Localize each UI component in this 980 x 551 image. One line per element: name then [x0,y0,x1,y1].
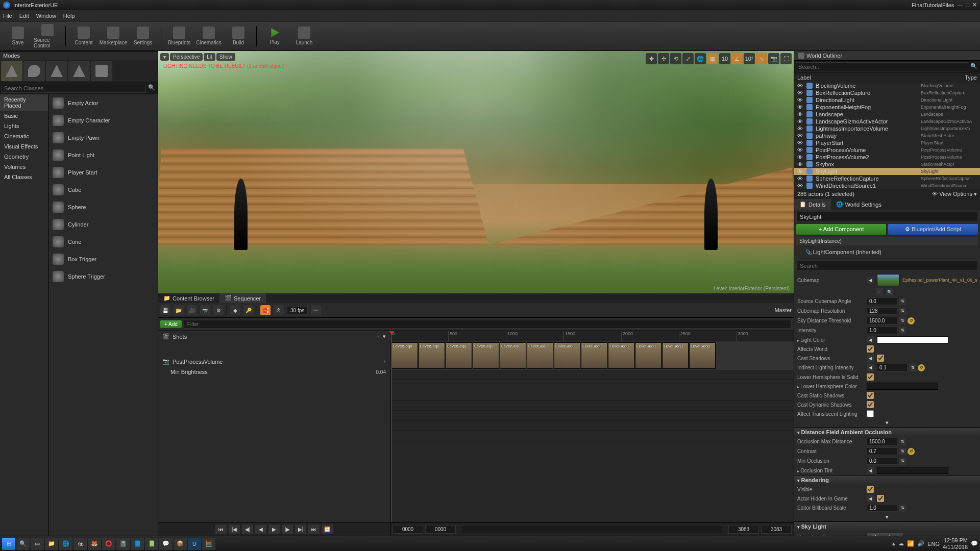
category-cinematic[interactable]: Cinematic [0,131,48,141]
ue4-editor-button[interactable]: U [188,538,201,550]
perspective-dropdown[interactable]: Perspective [170,53,203,61]
step-back-frame-button[interactable]: ◀| [242,524,253,534]
visibility-icon[interactable]: 👁 [797,154,803,160]
modes-tab-label[interactable]: Modes [0,51,158,60]
notifications-icon[interactable]: 💬 [971,540,978,547]
tray-up-icon[interactable]: ▴ [892,540,895,547]
outliner-row-postprocessvolume[interactable]: 👁PostProcessVolumePostProcessVolume [794,146,980,154]
placeable-empty-pawn[interactable]: Empty Pawn [48,129,158,146]
shots-track[interactable]: 🎬Shots+▾ [158,331,390,342]
view-options-button[interactable]: 👁 View Options ▾ [932,191,977,197]
save-button[interactable]: Save [4,23,32,49]
outliner-row-exponentialheightfog[interactable]: 👁ExponentialHeightFogExponentialHeightFo… [794,104,980,111]
cast-dynamic-checkbox[interactable] [867,401,874,408]
visible-checkbox[interactable] [867,486,874,493]
launch-button[interactable]: Launch [290,23,318,49]
source-control-button[interactable]: Source Control [34,23,61,49]
spinner[interactable]: ⇅ [899,317,906,324]
maximize-button[interactable]: □ [966,2,969,8]
onedrive-icon[interactable]: ☁ [898,540,904,547]
end-frame-1[interactable]: 3083 [728,525,759,534]
placeable-sphere-trigger[interactable]: Sphere Trigger [48,268,158,285]
blueprints-button[interactable]: Blueprints [165,23,193,49]
spinner[interactable]: ⇅ [899,505,906,512]
sequencer-tab[interactable]: 🎬Sequencer [219,293,266,303]
content-button[interactable]: Content [70,23,97,49]
camera-speed[interactable]: 📷 [768,53,779,64]
store-button[interactable]: 🛍 [74,538,87,550]
menu-file[interactable]: File [3,13,12,19]
outliner-row-spherereflectioncapture[interactable]: 👁SphereReflectionCaptureSphereReflection… [794,175,980,182]
add-track-button[interactable]: + Add [160,320,182,328]
menu-edit[interactable]: Edit [19,13,29,19]
category-basic[interactable]: Basic [0,111,48,121]
add-shot-button[interactable]: + [377,334,380,340]
camera-button[interactable]: 📷 [200,305,210,315]
outliner-row-boxreflectioncapture[interactable]: 👁BoxReflectionCaptureBoxReflectionCaptur… [794,89,980,96]
value-input[interactable] [867,317,897,324]
actor-name-input[interactable] [796,212,978,222]
affects-world-checkbox[interactable] [867,345,874,353]
expand-button[interactable]: ◀ [867,336,874,343]
menu-help[interactable]: Help [63,13,75,19]
placeable-empty-character[interactable]: Empty Character [48,112,158,129]
menu-window[interactable]: Window [36,13,56,19]
recapture-button[interactable]: Recapture [867,532,904,536]
visibility-icon[interactable]: 👁 [797,90,803,96]
use-selected-button[interactable]: ← [876,288,883,295]
value-input[interactable] [867,297,897,305]
category-all-classes[interactable]: All Classes [0,172,48,182]
value-input[interactable] [867,327,897,334]
visibility-icon[interactable]: 👁 [797,126,803,132]
type-column-header[interactable]: Type [965,74,977,81]
view-mode-dropdown[interactable]: Lit [204,53,215,61]
start-frame[interactable]: 0000 [393,525,423,534]
network-icon[interactable]: 📶 [907,540,914,547]
visibility-icon[interactable]: 👁 [797,97,803,103]
skype-button[interactable]: 💬 [159,538,173,550]
billboard-input[interactable] [867,504,897,512]
shots-filmstrip[interactable]: LevelSequLevelSequLevelSequLevelSequLeve… [390,341,794,370]
placeable-box-trigger[interactable]: Box Trigger [48,251,158,268]
shot-frame-3[interactable]: LevelSequ [473,342,499,369]
reset-button[interactable]: ↺ [918,364,925,371]
loop-button[interactable]: 🔁 [322,524,333,534]
min-brightness-track[interactable]: Min Brightness0.04 [158,367,390,377]
expand-button[interactable]: ◀ [867,364,874,371]
curve-editor-button[interactable]: 〰 [311,305,321,315]
visibility-icon[interactable]: 👁 [797,111,803,117]
goto-start-button[interactable]: ⏮ [215,524,227,534]
fps-dropdown[interactable]: 30 fps [287,306,308,315]
clock[interactable]: 12:59 PM 4/11/2016 [943,537,968,549]
visibility-icon[interactable]: 👁 [797,176,803,182]
occlusion-tint-swatch[interactable] [877,467,948,474]
spinner[interactable]: ⇅ [899,438,906,445]
shot-frame-1[interactable]: LevelSequ [419,342,445,369]
play-reverse-button[interactable]: ◀ [255,524,266,534]
placeable-cube[interactable]: Cube [48,181,158,198]
spinner[interactable]: ⇅ [899,458,906,465]
angle-size[interactable]: 10° [744,53,755,64]
onenote-button[interactable]: 📓 [116,538,130,550]
app-button[interactable]: 📦 [174,538,187,550]
scrubber[interactable] [462,526,722,533]
outliner-row-playerstart[interactable]: 👁PlayerStartPlayerStart [794,139,980,146]
shot-frame-4[interactable]: LevelSequ [500,342,526,369]
minimize-button[interactable]: — [957,2,963,8]
key-button[interactable]: ◆ [230,305,240,315]
cast-static-checkbox[interactable] [867,392,874,399]
expand-advanced[interactable]: ▾ [794,418,980,427]
filter-input[interactable] [184,320,792,329]
affect-trans-checkbox[interactable] [867,410,874,417]
lower-color-swatch[interactable] [867,383,938,390]
spinner[interactable]: ⇅ [899,327,906,334]
cubemap-thumbnail[interactable] [877,274,899,286]
browse-button[interactable]: 🔍 [886,288,893,295]
expand-button[interactable]: ◀ [867,467,874,474]
firefox-button[interactable]: 🦊 [88,538,101,550]
visibility-icon[interactable]: 👁 [797,83,803,89]
category-lights[interactable]: Lights [0,121,48,131]
maximize-viewport[interactable]: ⛶ [780,53,792,64]
shot-frame-7[interactable]: LevelSequ [581,342,607,369]
placeable-player-start[interactable]: Player Start [48,164,158,181]
